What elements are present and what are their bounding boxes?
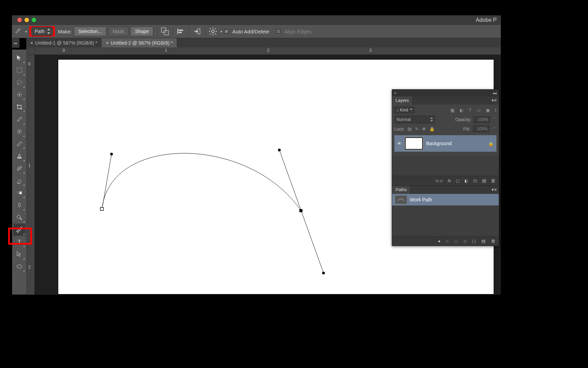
filter-shape-icon[interactable]: ▱ [476, 108, 482, 113]
panel-chrome: × ◂◂ [392, 90, 499, 96]
svg-point-26 [19, 94, 20, 95]
lock-transparent-icon[interactable]: ▨ [407, 126, 412, 132]
clone-stamp-tool[interactable] [13, 150, 26, 162]
collapse-panel-icon[interactable]: ◂◂ [493, 91, 497, 95]
make-selection-button[interactable]: Selection... [74, 27, 106, 36]
collapsed-panel-toggle[interactable]: ▸▸ [12, 38, 19, 48]
gear-caret-icon[interactable]: ▾ [220, 30, 222, 33]
layers-tab[interactable]: Layers [392, 96, 413, 105]
svg-rect-6 [198, 29, 200, 34]
eraser-tool[interactable] [13, 174, 26, 187]
fill-flyout-icon[interactable]: ˅ [492, 126, 497, 132]
new-path-icon[interactable]: ▤ [481, 239, 485, 244]
tool-preset-caret-icon[interactable]: ▾ [25, 30, 27, 33]
lasso-tool[interactable] [13, 76, 26, 89]
svg-marker-5 [194, 30, 198, 33]
document-tabs: × Untitled-1 @ 587% (RGB/8) * × Untitled… [26, 38, 501, 48]
svg-rect-23 [17, 68, 22, 73]
ruler-vertical[interactable]: 0 1 2 [26, 55, 35, 295]
svg-point-34 [17, 215, 20, 218]
new-layer-icon[interactable]: ▤ [482, 178, 486, 183]
minimize-window-button[interactable] [25, 18, 29, 22]
pen-tool[interactable] [13, 224, 26, 236]
paths-tab[interactable]: Paths [392, 186, 411, 194]
gear-icon[interactable] [208, 27, 217, 36]
lock-pixels-icon[interactable]: ✎ [415, 126, 419, 132]
layer-name[interactable]: Background [426, 141, 485, 146]
tool-mode-dropdown[interactable]: Path [32, 27, 52, 36]
dodge-tool[interactable] [13, 211, 26, 224]
filter-type-icon[interactable]: T [467, 108, 473, 113]
delete-path-icon[interactable]: 🗑 [491, 239, 495, 244]
lock-position-icon[interactable]: ✥ [422, 126, 426, 132]
move-tool[interactable] [13, 52, 26, 64]
layer-visibility-icon[interactable]: 👁 [397, 141, 402, 146]
close-tab-icon[interactable]: × [106, 40, 108, 46]
layer-style-icon[interactable]: fx [448, 178, 451, 183]
ruler-origin[interactable] [26, 47, 35, 55]
zoom-window-button[interactable] [32, 18, 36, 22]
layer-mask-icon[interactable]: ◻ [456, 178, 460, 183]
layer-group-icon[interactable]: 🗀 [473, 178, 477, 183]
layers-panel: Kind ▦ ◐ T ▱ ▣ Normal Opacity: 100% ˅ Lo… [392, 105, 499, 176]
fill-path-icon[interactable]: ● [438, 239, 440, 244]
adjustment-layer-icon[interactable]: ◐ [464, 178, 468, 183]
lock-all-icon[interactable]: 🔒 [429, 126, 435, 132]
stroke-path-icon[interactable]: ○ [446, 239, 449, 244]
make-mask-button[interactable]: Mask [108, 27, 128, 36]
document-tab[interactable]: × Untitled-2 @ 587% (RGB/8) * [102, 38, 177, 48]
panel-menu-icon[interactable]: ▾≡ [490, 186, 499, 194]
shape-tool[interactable] [13, 260, 26, 273]
svg-point-20 [110, 153, 113, 155]
tool-mode-highlight: Path [30, 27, 54, 35]
close-panel-icon[interactable]: × [394, 91, 396, 95]
opacity-field[interactable]: 100% [474, 116, 490, 123]
add-mask-icon[interactable]: ◻ [472, 239, 476, 244]
brush-tool[interactable] [13, 138, 26, 150]
type-tool[interactable]: T [13, 236, 26, 248]
align-edges-checkbox[interactable] [276, 29, 281, 34]
healing-brush-tool[interactable] [13, 125, 26, 138]
filter-adjustment-icon[interactable]: ◐ [459, 108, 464, 113]
filter-pixel-icon[interactable]: ▦ [450, 108, 455, 113]
layer-thumbnail[interactable] [404, 137, 423, 150]
close-window-button[interactable] [17, 18, 22, 22]
delete-layer-icon[interactable]: 🗑 [491, 178, 495, 183]
close-tab-icon[interactable]: × [30, 40, 33, 46]
gradient-tool[interactable] [13, 187, 26, 199]
eyedropper-tool[interactable] [13, 113, 26, 125]
crop-tool[interactable] [13, 101, 26, 113]
ruler-horizontal[interactable]: 0 1 2 3 [35, 47, 501, 55]
path-thumbnail[interactable] [395, 195, 407, 204]
opacity-flyout-icon[interactable]: ˅ [492, 117, 497, 122]
layer-lock-icon[interactable]: 🔒 [488, 141, 494, 146]
blend-mode-dropdown[interactable]: Normal [394, 116, 435, 123]
make-label: Make: [58, 29, 72, 34]
svg-rect-33 [17, 191, 19, 194]
auto-add-delete-checkbox[interactable] [224, 29, 229, 34]
make-shape-button[interactable]: Shape [130, 27, 153, 36]
path-to-selection-icon[interactable]: ◌ [454, 239, 458, 244]
link-layers-icon[interactable]: ⊂⊃ [435, 178, 443, 183]
panel-menu-icon[interactable]: ▾≡ [490, 96, 499, 105]
filter-smart-icon[interactable]: ▣ [485, 108, 491, 113]
ruler-tick-label: 2 [28, 265, 31, 270]
path-alignment-icon[interactable] [176, 27, 185, 36]
blur-tool[interactable] [13, 199, 26, 211]
layer-row[interactable]: 👁 Background 🔒 [394, 135, 497, 152]
pen-tool-icon[interactable] [15, 28, 22, 35]
selection-to-path-icon[interactable]: ◇ [463, 239, 467, 244]
layer-filter-dropdown[interactable]: Kind [394, 107, 415, 113]
marquee-tool[interactable] [13, 64, 26, 76]
filter-toggle-icon[interactable] [495, 108, 497, 112]
path-name[interactable]: Work Path [410, 197, 432, 202]
path-row[interactable]: Work Path [392, 194, 499, 205]
path-arrangement-icon[interactable] [192, 27, 201, 36]
quick-selection-tool[interactable] [13, 89, 26, 101]
history-brush-tool[interactable] [13, 162, 26, 174]
window-titlebar: Adobe P [12, 15, 501, 25]
path-selection-tool[interactable] [13, 248, 26, 260]
document-tab[interactable]: × Untitled-1 @ 587% (RGB/8) * [26, 38, 102, 48]
path-operations-icon[interactable] [160, 27, 169, 36]
fill-field[interactable]: 100% [473, 125, 489, 132]
